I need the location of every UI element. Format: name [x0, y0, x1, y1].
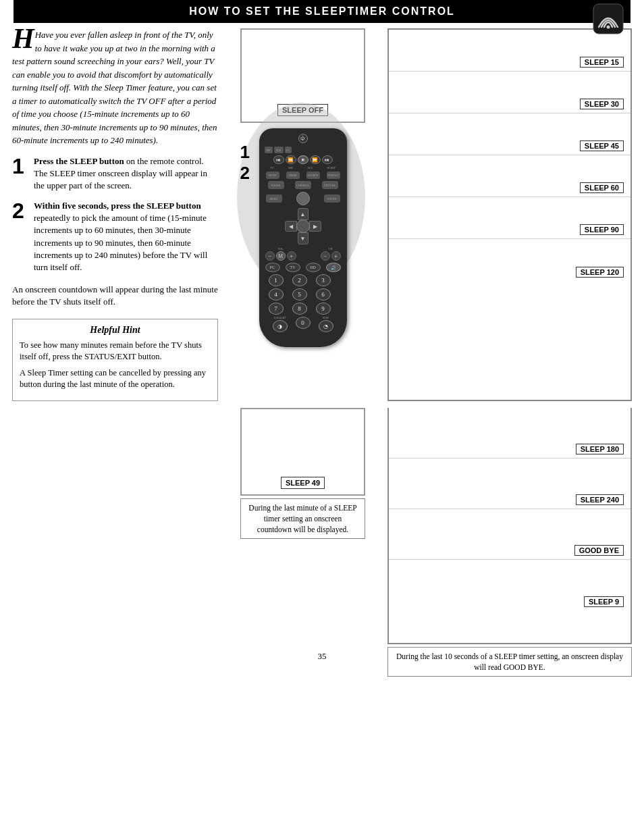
surf-btn[interactable]: ◔	[319, 320, 333, 332]
source-func-btn[interactable]: SOURCE	[306, 172, 320, 179]
control-btn[interactable]: CONTROL	[295, 181, 311, 189]
bottom-left	[12, 408, 218, 644]
sleep-state-bottom-0: SLEEP 180	[389, 408, 630, 459]
mute-btn[interactable]: M	[276, 251, 286, 261]
vol-plus[interactable]: +	[287, 251, 296, 261]
bottom-right: SLEEP 180SLEEP 240GOOD BYESLEEP 9 During…	[387, 408, 632, 644]
sleep-state-3: SLEEP 60	[389, 155, 630, 197]
sleep-state-2: SLEEP 45	[389, 113, 630, 155]
daylight-btn[interactable]: ◑	[273, 320, 288, 332]
sleep-states-bottom-panel: SLEEP 180SLEEP 240GOOD BYESLEEP 9	[387, 408, 632, 644]
bottom-section: SLEEP 49 During the last minute of a SLE…	[0, 401, 644, 644]
cc-btn[interactable]: CC	[285, 147, 292, 153]
step-2: 2 Within five seconds, press the SLEEP b…	[12, 200, 218, 273]
remote-control: ⏻ PIP POS CC ⏮ ⏪	[259, 128, 347, 347]
svg-point-1	[607, 26, 610, 29]
sleep-49-label: SLEEP 49	[281, 477, 325, 489]
step-1-text: Press the SLEEP button on the remote con…	[34, 155, 218, 192]
step-1-number: 1	[12, 155, 28, 177]
dpad-center[interactable]	[296, 219, 310, 233]
vol-minus[interactable]: −	[265, 251, 275, 261]
page-title: How to set the Sleeptimer Control	[189, 5, 455, 18]
pip-btn[interactable]: PIP	[265, 147, 273, 153]
prev-btn[interactable]: ⏮	[273, 155, 284, 164]
sleep-state-1: SLEEP 30	[389, 72, 630, 113]
fwd-btn[interactable]: ⏩	[310, 155, 321, 164]
tv-btn[interactable]: TV	[286, 263, 300, 272]
tv-screen-bottom: SLEEP 49	[240, 408, 365, 496]
power-button[interactable]: ⏻	[298, 134, 308, 143]
dpad-right[interactable]: ▶	[309, 221, 321, 232]
ch-minus[interactable]: −	[321, 251, 330, 261]
sound-btn[interactable]: SOUND	[268, 181, 284, 189]
dpad-down[interactable]: ▼	[298, 232, 308, 244]
page: How to set the Sleeptimer Control HHave …	[0, 0, 644, 834]
sleep-state-4: SLEEP 90	[389, 197, 630, 239]
sleep-state-5: SLEEP 120	[389, 239, 630, 281]
dpad-left[interactable]: ◀	[285, 221, 297, 232]
num-3[interactable]: 3	[316, 274, 331, 286]
sleep-state-bottom-1: SLEEP 240	[389, 459, 630, 509]
num-9[interactable]: 9	[316, 303, 331, 315]
ch-plus[interactable]: +	[331, 251, 341, 261]
num-2[interactable]: 2	[292, 274, 307, 286]
picture-btn[interactable]: PICTURE	[322, 181, 338, 189]
intro-text: HHave you ever fallen asleep in front of…	[12, 28, 218, 147]
top-row-left: PIP POS CC	[265, 147, 292, 153]
radio-btn[interactable]: 🔊	[326, 263, 341, 272]
remote-step-labels: 1 2	[240, 142, 250, 184]
num-8[interactable]: 8	[292, 303, 307, 315]
next-btn[interactable]: ⏭	[322, 155, 333, 164]
step-2-number: 2	[12, 200, 28, 221]
pc-btn[interactable]: PC	[265, 263, 280, 272]
right-column: SLEEP 15SLEEP 30SLEEP 45SLEEP 60SLEEP 90…	[387, 28, 632, 401]
page-header: How to set the Sleeptimer Control	[14, 0, 630, 23]
sleep-state-bottom-3: SLEEP 9	[389, 560, 630, 610]
wireless-icon	[591, 3, 625, 36]
hd-btn[interactable]: HD	[306, 263, 321, 272]
position-btn[interactable]: POS	[274, 147, 284, 153]
ok-btn[interactable]	[296, 192, 310, 205]
hint-text: To see how many minutes remain before th…	[20, 340, 211, 391]
dpad: ▲ ▼ ◀ ▶	[285, 208, 321, 244]
sleep-func-btn[interactable]: SLEEP	[266, 172, 279, 179]
hint-box: Helpful Hint To see how many minutes rem…	[12, 319, 218, 401]
caption-left: During the last minute of a SLEEP timer …	[240, 498, 365, 539]
format-func-btn[interactable]: FORMAT	[327, 172, 340, 179]
menu-btn[interactable]: MENU	[266, 194, 282, 203]
countdown-note: An onscreen countdown will appear during…	[12, 284, 218, 308]
stop-btn[interactable]: ■	[298, 155, 308, 164]
num-7[interactable]: 7	[269, 303, 284, 315]
num-0[interactable]: 0	[296, 317, 311, 329]
step-2-text: Within five seconds, press the SLEEP but…	[34, 200, 218, 273]
step-1: 1 Press the SLEEP button on the remote c…	[12, 155, 218, 192]
sound2-btn[interactable]: SOUND	[324, 194, 340, 203]
middle-column: SLEEP OFF 1 2 ⏻	[223, 28, 382, 401]
bottom-middle: SLEEP 49 During the last minute of a SLE…	[223, 408, 382, 644]
main-layout: HHave you ever fallen asleep in front of…	[0, 23, 644, 401]
hint-title: Helpful Hint	[20, 325, 211, 336]
dpad-up[interactable]: ▲	[298, 208, 308, 220]
remote-wrapper: 1 2 ⏻ PIP POS CC	[259, 128, 347, 347]
rwd-btn[interactable]: ⏪	[286, 155, 296, 164]
num-1[interactable]: 1	[269, 274, 284, 286]
vol-label: VOL	[277, 247, 283, 251]
sleep-state-bottom-2: GOOD BYE	[389, 509, 630, 560]
caption-right: During the last 10 seconds of a SLEEP ti…	[387, 647, 632, 677]
timer-func-btn[interactable]: TIMER	[286, 172, 300, 179]
left-column: HHave you ever fallen asleep in front of…	[12, 28, 218, 401]
num-6[interactable]: 6	[316, 288, 331, 301]
num-4[interactable]: 4	[269, 288, 284, 301]
sleep-states-panel: SLEEP 15SLEEP 30SLEEP 45SLEEP 60SLEEP 90…	[387, 28, 632, 401]
ch-label: CH	[329, 247, 333, 251]
steps-container: 1 Press the SLEEP button on the remote c…	[12, 155, 218, 274]
num-5[interactable]: 5	[292, 288, 307, 301]
